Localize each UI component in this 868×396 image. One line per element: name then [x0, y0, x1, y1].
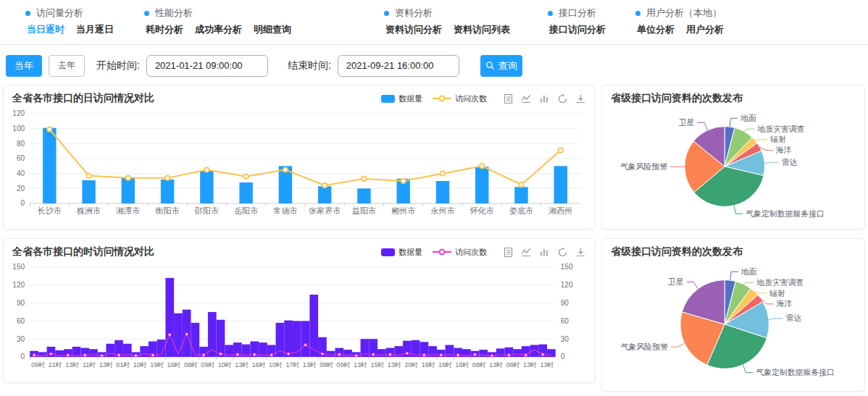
line-chart-icon[interactable]: [521, 247, 532, 258]
svg-text:08时: 08时: [472, 361, 486, 368]
nav-item-interface-access-analysis[interactable]: 接口访问分析: [549, 23, 606, 36]
legend-item[interactable]: 访问次数: [433, 247, 487, 258]
nav-item-hourly-today[interactable]: 当日逐时: [27, 23, 64, 36]
legend-label: 数据量: [398, 93, 422, 104]
svg-text:0: 0: [21, 353, 25, 361]
svg-text:90: 90: [17, 299, 25, 307]
nav-group-data-analysis: 资料分析 资料访问分析 资料访问列表: [384, 7, 510, 44]
svg-text:150: 150: [12, 264, 25, 271]
svg-text:16时: 16时: [167, 361, 181, 368]
end-time-label: 结束时间:: [288, 59, 331, 72]
bar-chart-icon[interactable]: [539, 93, 550, 104]
svg-text:海洋: 海洋: [777, 299, 793, 308]
end-time-input[interactable]: [338, 55, 459, 77]
svg-text:13时: 13时: [65, 361, 79, 368]
line-swatch-icon: [433, 95, 451, 102]
svg-text:气象风险预警: 气象风险预警: [620, 162, 667, 171]
data-view-icon[interactable]: [503, 247, 514, 258]
svg-text:13时: 13时: [523, 361, 537, 368]
svg-text:08时: 08时: [184, 361, 198, 368]
nav-item-time-cost[interactable]: 耗时分析: [146, 23, 183, 36]
svg-text:40: 40: [17, 169, 25, 177]
svg-text:0: 0: [561, 353, 565, 361]
svg-text:10时: 10时: [269, 361, 283, 368]
svg-text:气象定制数据服务接口: 气象定制数据服务接口: [756, 368, 835, 376]
province-pie-card-bottom: 省级接口访问资料的次数发布 地面地质灾害调查辐射海洋雷达气象定制数据服务接口气象…: [601, 238, 865, 392]
bar-chart-icon[interactable]: [539, 247, 550, 258]
nav-group-title: 性能分析: [155, 7, 193, 20]
svg-text:13时: 13时: [235, 361, 249, 368]
nav-group-title: 用户分析（本地）: [646, 7, 722, 20]
svg-text:90: 90: [561, 299, 569, 307]
nav-group-user-analysis: 用户分析（本地） 单位分析 用户分析: [635, 7, 724, 44]
search-button[interactable]: 查询: [480, 55, 522, 77]
bar-swatch-icon: [381, 95, 395, 103]
svg-text:60: 60: [17, 155, 25, 163]
svg-text:09时: 09时: [31, 361, 45, 368]
download-icon[interactable]: [575, 247, 586, 258]
nav-item-data-access-list[interactable]: 资料访问列表: [454, 23, 510, 36]
nav-item-data-access-analysis[interactable]: 资料访问分析: [385, 23, 442, 36]
svg-text:张家界市: 张家界市: [309, 206, 341, 215]
legend-item[interactable]: 数据量: [381, 93, 422, 104]
chart-legend: 数据量访问次数: [381, 93, 487, 104]
chart-title: 省级接口访问资料的次数发布: [611, 245, 743, 258]
legend-label: 访问次数: [455, 93, 487, 104]
svg-text:16时: 16时: [455, 361, 469, 368]
line-chart-icon[interactable]: [521, 93, 532, 104]
nav-item-user-analysis[interactable]: 用户分析: [686, 23, 724, 36]
legend-item[interactable]: 访问次数: [433, 93, 487, 104]
svg-text:岳阳市: 岳阳市: [234, 206, 258, 215]
nav-group-title-row: 性能分析: [144, 7, 291, 20]
legend-item[interactable]: 数据量: [381, 247, 422, 258]
hourly-bar-line-chart[interactable]: 0030306060909012012015015009时21时13时11时13…: [4, 260, 595, 373]
top-navigation: 访问量分析 当日逐时 当月逐日 性能分析 耗时分析 成功率分析 明细查询 资料分…: [0, 0, 868, 45]
start-time-input[interactable]: [146, 55, 268, 77]
nav-group-title: 资料分析: [395, 7, 433, 20]
svg-text:雷达: 雷达: [782, 158, 798, 167]
nav-item-daily-this-month[interactable]: 当月逐日: [76, 23, 114, 36]
download-icon[interactable]: [575, 93, 586, 104]
svg-text:地面: 地面: [740, 114, 756, 122]
restore-icon[interactable]: [557, 93, 568, 104]
nav-group-title: 接口分析: [559, 7, 596, 20]
data-view-icon[interactable]: [503, 93, 514, 104]
nav-item-detail-query[interactable]: 明细查询: [254, 23, 291, 36]
svg-text:20: 20: [17, 185, 25, 193]
magnifier-icon: [485, 61, 495, 70]
svg-text:13时: 13时: [388, 361, 401, 368]
svg-text:海洋: 海洋: [776, 146, 792, 154]
nav-item-success-rate[interactable]: 成功率分析: [195, 23, 242, 36]
svg-text:湘潭市: 湘潭市: [116, 206, 140, 215]
province-access-pie-chart[interactable]: 地面地质灾害调查辐射海洋雷达气象定制数据服务接口气象风险预警卫星: [602, 105, 864, 225]
svg-text:01时: 01时: [116, 361, 130, 368]
daily-bar-line-chart[interactable]: 020406080100120长沙市株洲市湘潭市衡阳市邵阳市岳阳市常德市张家界市…: [4, 106, 595, 219]
svg-text:地质灾害调查: 地质灾害调查: [757, 125, 805, 133]
chart-toolbox: [503, 93, 586, 104]
svg-text:15时: 15时: [370, 361, 384, 368]
svg-text:辐射: 辐射: [769, 289, 785, 298]
svg-text:10时: 10时: [133, 361, 147, 368]
nav-group-performance-analysis: 性能分析 耗时分析 成功率分析 明细查询: [144, 7, 291, 44]
nav-bullet-icon: [144, 11, 149, 16]
last-year-button[interactable]: 去年: [49, 55, 85, 77]
svg-text:150: 150: [561, 264, 573, 271]
svg-text:120: 120: [12, 281, 25, 289]
restore-icon[interactable]: [557, 247, 568, 258]
svg-text:株洲市: 株洲市: [76, 206, 101, 215]
chart-title: 全省各市接口的日访问情况对比: [12, 92, 154, 105]
nav-bullet-icon: [548, 11, 553, 16]
svg-text:怀化市: 怀化市: [470, 206, 494, 215]
hourly-access-chart-card: 全省各市接口的时访问情况对比 数据量访问次数 00303060609090120…: [3, 238, 596, 383]
svg-text:60: 60: [561, 317, 569, 325]
nav-item-unit-analysis[interactable]: 单位分析: [637, 23, 675, 36]
svg-text:气象风险预警: 气象风险预警: [621, 342, 668, 351]
nav-bullet-icon: [635, 11, 640, 16]
this-year-button[interactable]: 当年: [6, 55, 42, 77]
svg-text:08时: 08时: [320, 361, 333, 368]
svg-text:30: 30: [561, 335, 569, 343]
svg-text:08时: 08时: [506, 361, 520, 368]
province-access-pie-chart[interactable]: 地面地质灾害调查辐射海洋雷达气象定制数据服务接口气象风险预警卫星: [602, 258, 864, 387]
svg-text:11时: 11时: [83, 361, 96, 368]
svg-text:地面: 地面: [740, 267, 757, 276]
